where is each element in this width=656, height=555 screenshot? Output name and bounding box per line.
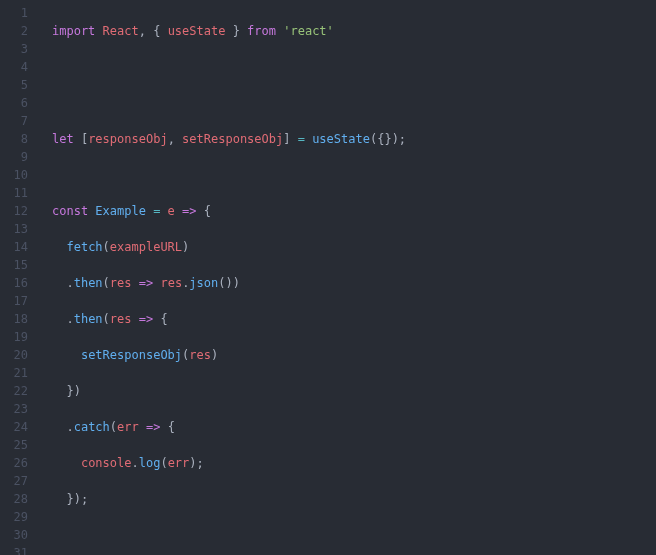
- line-number: 17: [0, 292, 28, 310]
- line-number: 16: [0, 274, 28, 292]
- line-number: 21: [0, 364, 28, 382]
- code-line: [52, 94, 656, 112]
- code-line: let [responseObj, setResponseObj] = useS…: [52, 130, 656, 148]
- line-number: 20: [0, 346, 28, 364]
- line-number: 9: [0, 148, 28, 166]
- code-line: fetch(exampleURL): [52, 238, 656, 256]
- line-number: 6: [0, 94, 28, 112]
- line-number: 3: [0, 40, 28, 58]
- code-line: .then(res => {: [52, 310, 656, 328]
- code-line: });: [52, 490, 656, 508]
- line-number: 22: [0, 382, 28, 400]
- line-number: 13: [0, 220, 28, 238]
- line-number: 23: [0, 400, 28, 418]
- code-line: .then(res => res.json()): [52, 274, 656, 292]
- line-number: 8: [0, 130, 28, 148]
- line-number: 31: [0, 544, 28, 555]
- line-number: 28: [0, 490, 28, 508]
- line-number: 19: [0, 328, 28, 346]
- code-line: import React, { useState } from 'react': [52, 22, 656, 40]
- code-line: console.log(err);: [52, 454, 656, 472]
- line-number: 29: [0, 508, 28, 526]
- code-editor-content[interactable]: import React, { useState } from 'react' …: [40, 0, 656, 555]
- line-number: 12: [0, 202, 28, 220]
- line-number: 18: [0, 310, 28, 328]
- line-number: 2: [0, 22, 28, 40]
- code-line: const Example = e => {: [52, 202, 656, 220]
- line-number: 4: [0, 58, 28, 76]
- line-number: 15: [0, 256, 28, 274]
- line-number: 7: [0, 112, 28, 130]
- line-number: 10: [0, 166, 28, 184]
- code-line: [52, 166, 656, 184]
- line-number: 26: [0, 454, 28, 472]
- line-number: 30: [0, 526, 28, 544]
- line-number: 11: [0, 184, 28, 202]
- code-line: setResponseObj(res): [52, 346, 656, 364]
- line-number: 24: [0, 418, 28, 436]
- line-number: 14: [0, 238, 28, 256]
- line-number: 1: [0, 4, 28, 22]
- code-line: }): [52, 382, 656, 400]
- line-number: 27: [0, 472, 28, 490]
- line-number: 5: [0, 76, 28, 94]
- code-line: [52, 58, 656, 76]
- line-number: 25: [0, 436, 28, 454]
- code-line: [52, 526, 656, 544]
- code-line: .catch(err => {: [52, 418, 656, 436]
- line-number-gutter: 1234567891011121314151617181920212223242…: [0, 0, 40, 555]
